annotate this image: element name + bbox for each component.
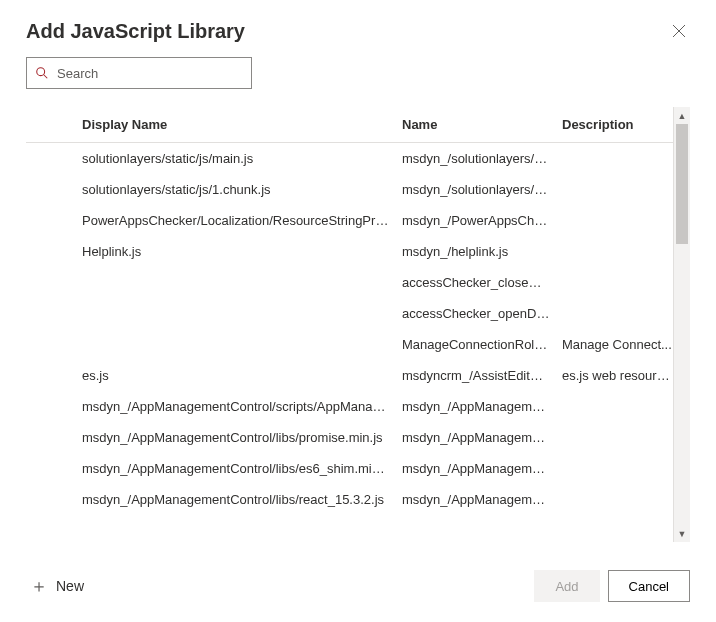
svg-point-0 [37,68,45,76]
cell-display-name: msdyn_/AppManagementControl/libs/react_1… [82,492,402,507]
cell-name: msdyn_/AppManagement... [402,461,562,476]
search-box[interactable] [26,57,252,89]
table-area: Display Name Name Description solutionla… [26,107,690,542]
scroll-up-icon[interactable]: ▲ [674,107,691,124]
close-button[interactable] [668,20,690,45]
col-display-name[interactable]: Display Name [82,117,402,132]
cell-name: ManageConnectionRoles... [402,337,562,352]
cell-name: msdyncrm_/AssistEditCon... [402,368,562,383]
dialog-title: Add JavaScript Library [26,20,245,43]
close-icon [672,24,686,41]
table-row[interactable]: solutionlayers/static/js/1.chunk.jsmsdyn… [26,174,673,205]
search-input[interactable] [55,65,243,82]
cell-display-name: msdyn_/AppManagementControl/libs/promise… [82,430,402,445]
cell-display-name: solutionlayers/static/js/1.chunk.js [82,182,402,197]
plus-icon: ＋ [30,574,48,598]
cell-description: Manage Connect... [562,337,673,352]
table-row[interactable]: solutionlayers/static/js/main.jsmsdyn_/s… [26,143,673,174]
table-row[interactable]: msdyn_/AppManagementControl/libs/es6_shi… [26,453,673,484]
cell-name: msdyn_/PowerAppsCheck... [402,213,562,228]
dialog-footer: ＋ New Add Cancel [26,554,690,622]
table-header: Display Name Name Description [26,107,673,143]
add-button: Add [534,570,599,602]
cell-name: accessChecker_openDialo... [402,306,562,321]
dialog: Add JavaScript Library Display Name Name… [0,0,716,622]
new-button[interactable]: ＋ New [26,568,88,604]
table-row[interactable]: accessChecker_closeDialo... [26,267,673,298]
cell-display-name: es.js [82,368,402,383]
cell-description: es.js web resource. [562,368,673,383]
cell-name: msdyn_/solutionlayers/sta... [402,182,562,197]
cell-name: msdyn_/AppManagement... [402,430,562,445]
table-row[interactable]: msdyn_/AppManagementControl/libs/promise… [26,422,673,453]
cell-name: msdyn_/helplink.js [402,244,562,259]
dialog-header: Add JavaScript Library [26,20,690,57]
table-body: solutionlayers/static/js/main.jsmsdyn_/s… [26,143,673,515]
new-label: New [56,578,84,594]
col-select [26,117,82,132]
table-row[interactable]: PowerAppsChecker/Localization/ResourceSt… [26,205,673,236]
svg-line-1 [44,75,48,79]
col-name[interactable]: Name [402,117,562,132]
search-icon [35,66,49,80]
cell-name: msdyn_/AppManagement... [402,399,562,414]
col-description[interactable]: Description [562,117,673,132]
cancel-button[interactable]: Cancel [608,570,690,602]
table-row[interactable]: msdyn_/AppManagementControl/libs/react_1… [26,484,673,515]
table-row[interactable]: es.jsmsdyncrm_/AssistEditCon...es.js web… [26,360,673,391]
cell-display-name: Helplink.js [82,244,402,259]
footer-actions: Add Cancel [534,570,690,602]
cell-display-name: msdyn_/AppManagementControl/scripts/AppM… [82,399,402,414]
cell-display-name: msdyn_/AppManagementControl/libs/es6_shi… [82,461,402,476]
cell-display-name: solutionlayers/static/js/main.js [82,151,402,166]
table: Display Name Name Description solutionla… [26,107,673,542]
cell-name: msdyn_/AppManagement... [402,492,562,507]
scroll-track[interactable] [674,124,690,525]
table-row[interactable]: Helplink.jsmsdyn_/helplink.js [26,236,673,267]
table-row[interactable]: ManageConnectionRoles...Manage Connect..… [26,329,673,360]
cell-display-name: PowerAppsChecker/Localization/ResourceSt… [82,213,402,228]
cell-name: accessChecker_closeDialo... [402,275,562,290]
table-row[interactable]: accessChecker_openDialo... [26,298,673,329]
scrollbar[interactable]: ▲ ▼ [673,107,690,542]
table-row[interactable]: msdyn_/AppManagementControl/scripts/AppM… [26,391,673,422]
scroll-thumb[interactable] [676,124,688,244]
cell-name: msdyn_/solutionlayers/sta... [402,151,562,166]
scroll-down-icon[interactable]: ▼ [674,525,691,542]
